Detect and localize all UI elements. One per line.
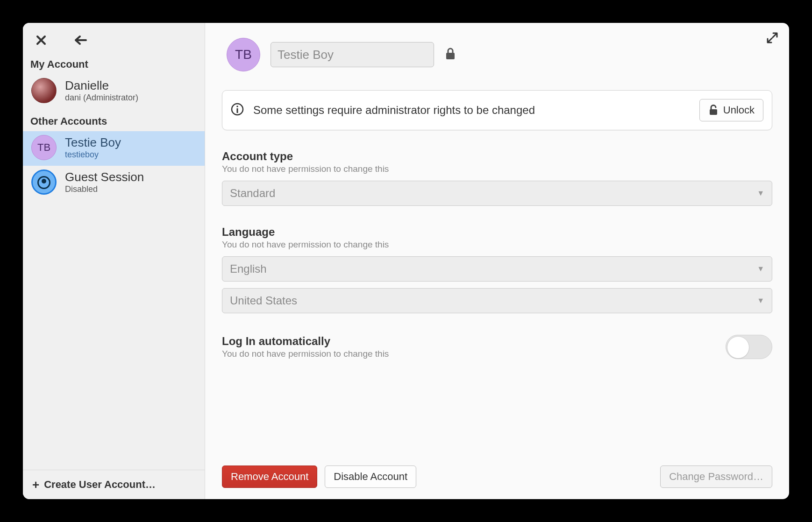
chevron-down-icon: ▼ [757, 296, 764, 305]
autologin-switch [726, 335, 772, 359]
account-type-group: Account type You do not have permission … [222, 150, 772, 206]
user-header: TB [222, 23, 772, 90]
sidebar-item-my-account[interactable]: Danielle dani (Administrator) [23, 74, 205, 109]
account-name: Danielle [65, 78, 138, 93]
sidebar-toolbar [23, 23, 205, 52]
account-sub: testieboy [65, 150, 121, 160]
account-type-note: You do not have permission to change thi… [222, 164, 772, 174]
autologin-label: Log In automatically [222, 335, 389, 348]
change-password-button: Change Password… [660, 466, 772, 488]
language-note: You do not have permission to change thi… [222, 240, 772, 250]
avatar-guest-icon [31, 169, 57, 195]
admin-info-bar: Some settings require administrator righ… [222, 90, 772, 130]
back-icon[interactable] [74, 33, 88, 47]
region-select: United States ▼ [222, 288, 772, 313]
disable-account-label: Disable Account [334, 471, 407, 483]
create-user-button[interactable]: + Create User Account… [23, 470, 205, 499]
avatar-large[interactable]: TB [227, 38, 260, 71]
remove-account-button[interactable]: Remove Account [222, 466, 317, 488]
footer-actions: Remove Account Disable Account Change Pa… [222, 456, 772, 499]
plus-icon: + [32, 479, 39, 491]
other-accounts-label: Other Accounts [23, 109, 205, 131]
unlock-button[interactable]: Unlock [699, 99, 763, 121]
region-value: United States [230, 294, 297, 307]
svg-point-2 [236, 106, 238, 107]
change-password-label: Change Password… [669, 471, 763, 483]
language-group: Language You do not have permission to c… [222, 226, 772, 313]
remove-account-label: Remove Account [231, 471, 308, 483]
account-sub: Disabled [65, 184, 144, 194]
account-name: Guest Session [65, 170, 144, 184]
close-icon[interactable] [34, 33, 48, 47]
sidebar-item-guest[interactable]: Guest Session Disabled [23, 166, 205, 200]
account-type-value: Standard [230, 187, 275, 200]
expand-icon[interactable] [767, 32, 778, 45]
sidebar: My Account Danielle dani (Administrator)… [23, 23, 205, 499]
sidebar-item-testieboy[interactable]: TB Testie Boy testieboy [23, 131, 205, 166]
disable-account-button[interactable]: Disable Account [325, 466, 416, 488]
account-name: Testie Boy [65, 135, 121, 150]
unlock-label: Unlock [723, 104, 755, 116]
info-icon [231, 103, 244, 118]
svg-rect-0 [446, 53, 455, 59]
main-panel: TB Some settings require administrator r… [205, 23, 789, 499]
account-sub: dani (Administrator) [65, 93, 138, 103]
account-type-label: Account type [222, 150, 772, 163]
chevron-down-icon: ▼ [757, 189, 764, 198]
users-settings-window: My Account Danielle dani (Administrator)… [23, 23, 789, 499]
create-user-label: Create User Account… [44, 479, 156, 491]
language-value: English [230, 262, 267, 275]
language-select: English ▼ [222, 256, 772, 282]
autologin-note: You do not have permission to change thi… [222, 349, 389, 359]
my-account-label: My Account [23, 52, 205, 74]
chevron-down-icon: ▼ [757, 265, 764, 273]
language-label: Language [222, 226, 772, 239]
svg-rect-4 [710, 109, 717, 115]
full-name-input[interactable] [271, 42, 434, 67]
avatar [31, 78, 57, 103]
lock-icon [444, 47, 456, 62]
account-type-select: Standard ▼ [222, 181, 772, 206]
autologin-row: Log In automatically You do not have per… [222, 335, 772, 359]
svg-rect-3 [237, 108, 238, 113]
avatar: TB [31, 135, 57, 160]
info-text: Some settings require administrator righ… [253, 104, 690, 117]
